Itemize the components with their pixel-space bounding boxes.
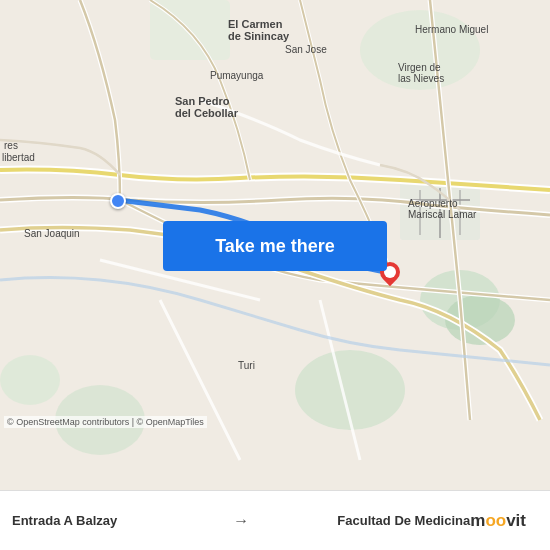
map-container: El Carmende Sinincay San Jose Hermano Mi…: [0, 0, 550, 490]
svg-point-5: [0, 355, 60, 405]
footer-arrow-icon: →: [233, 512, 249, 530]
footer-destination: Facultad De Medicina: [257, 513, 470, 528]
origin-marker: [110, 193, 126, 209]
svg-point-7: [360, 10, 480, 90]
take-me-there-button[interactable]: Take me there: [163, 221, 387, 271]
footer-origin: Entrada A Balzay: [12, 513, 225, 528]
moovit-logo: moovit: [470, 491, 538, 551]
footer-bar: Entrada A Balzay → Facultad De Medicina …: [0, 490, 550, 550]
moovit-brand-text: moovit: [470, 511, 526, 531]
map-attribution: © OpenStreetMap contributors | © OpenMap…: [4, 416, 207, 428]
